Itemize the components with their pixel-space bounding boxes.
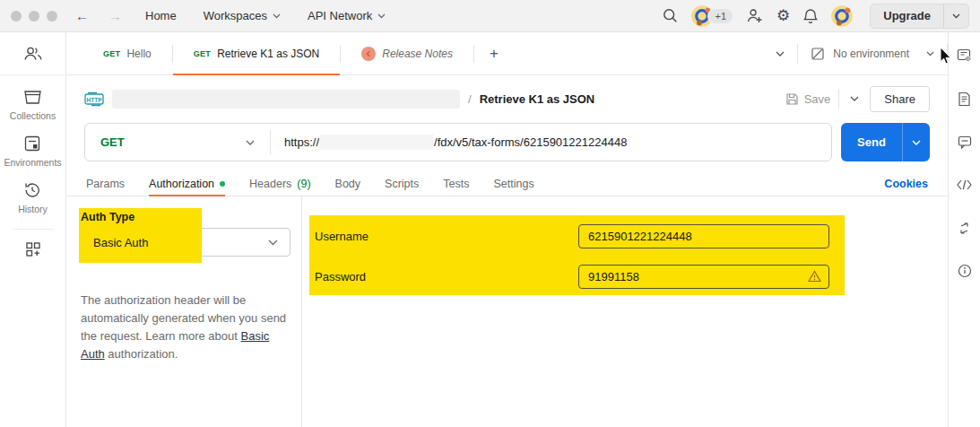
breadcrumb-separator: / <box>468 92 472 106</box>
password-warning-icon[interactable] <box>808 270 821 286</box>
tab-authorization-label: Authorization <box>149 178 214 190</box>
open-tab-hello[interactable]: GET Hello <box>82 32 172 74</box>
release-notes-icon <box>361 47 376 61</box>
send-label[interactable]: Send <box>841 123 902 161</box>
tab-tests[interactable]: Tests <box>443 172 469 196</box>
sidebar-item-environments[interactable]: Environments <box>4 135 61 168</box>
tab-list-chevron-icon[interactable] <box>763 51 797 57</box>
environment-quick-look-icon[interactable] <box>952 43 977 68</box>
tab-params[interactable]: Params <box>86 172 125 196</box>
method-value: GET <box>100 135 125 149</box>
authorization-panel: Auth Type Basic Auth The authorization h… <box>66 196 948 427</box>
window-minimize-button[interactable] <box>29 11 39 22</box>
tab-label: Release Notes <box>382 48 453 60</box>
info-icon[interactable] <box>952 258 977 283</box>
window-close-button[interactable] <box>11 11 22 22</box>
chevron-down-icon <box>377 13 386 19</box>
request-name[interactable]: Retrieve K1 as JSON <box>480 92 595 106</box>
upgrade-label[interactable]: Upgrade <box>871 4 943 28</box>
settings-gear-icon[interactable]: ⚙ <box>776 6 790 25</box>
save-label: Save <box>804 92 831 106</box>
tab-method-badge: GET <box>194 49 211 58</box>
send-options-chevron-icon[interactable] <box>902 123 930 161</box>
nav-api-network-label: API Network <box>308 9 372 22</box>
left-sidebar: Collections Environments History <box>0 32 66 427</box>
request-config-tabs: Params Authorization Headers (9) Body Sc… <box>66 172 948 196</box>
auth-description-text: authorization. <box>105 347 178 361</box>
upgrade-menu-chevron-icon[interactable] <box>943 4 968 28</box>
request-tab-strip: GET Hello GET Retrieve K1 as JSON Releas… <box>66 32 948 75</box>
sidebar-item-history[interactable]: History <box>18 181 48 214</box>
tab-label: Retrieve K1 as JSON <box>217 48 319 60</box>
environments-icon <box>23 135 41 152</box>
highlight-annotation: Username Password <box>309 215 845 295</box>
related-requests-icon[interactable] <box>952 215 977 240</box>
url-path: /fdx/v5/tax-forms/6215901221224448 <box>434 135 627 149</box>
window-zoom-button[interactable] <box>47 11 57 22</box>
environment-selector[interactable]: No environment <box>798 47 947 61</box>
team-people-icon[interactable] <box>0 32 65 75</box>
environment-name: No environment <box>833 48 909 60</box>
url-prefix: https:// <box>284 135 319 149</box>
search-icon[interactable] <box>663 8 678 23</box>
auth-configured-dot <box>220 181 225 187</box>
notifications-bell-icon[interactable] <box>803 8 818 24</box>
user-avatar[interactable] <box>831 5 853 27</box>
postman-window: ← → Home Workspaces API Network +1 <box>0 0 980 427</box>
http-request-icon: HTTP <box>84 92 104 107</box>
nav-api-network[interactable]: API Network <box>308 9 386 22</box>
members-count-badge: +1 <box>707 8 733 24</box>
password-field[interactable] <box>578 265 829 289</box>
save-floppy-icon <box>785 92 799 106</box>
auth-credentials-pane: Username Password <box>302 196 948 427</box>
auth-type-pane: Auth Type Basic Auth The authorization h… <box>66 196 302 427</box>
tab-label: Hello <box>126 48 151 60</box>
forward-icon[interactable]: → <box>108 8 122 23</box>
sidebar-label-environments: Environments <box>4 157 61 168</box>
tab-authorization[interactable]: Authorization <box>149 172 225 196</box>
breadcrumb: HTTP / Retrieve K1 as JSON <box>84 90 594 109</box>
username-label: Username <box>315 230 369 243</box>
save-button[interactable]: Save <box>785 92 831 106</box>
tab-settings[interactable]: Settings <box>493 172 533 196</box>
url-row: GET https:// /fdx/v5/tax-forms/621590122… <box>66 109 948 161</box>
code-snippet-icon[interactable] <box>952 172 977 197</box>
comments-icon[interactable] <box>952 129 977 154</box>
top-bar: ← → Home Workspaces API Network +1 <box>0 0 980 32</box>
method-select[interactable]: GET <box>85 135 270 149</box>
username-field[interactable] <box>578 224 829 248</box>
tab-body[interactable]: Body <box>335 172 361 196</box>
chevron-down-icon <box>246 140 255 145</box>
cookies-link[interactable]: Cookies <box>884 178 928 190</box>
open-tab-retrieve-k1[interactable]: GET Retrieve K1 as JSON <box>173 32 340 74</box>
invite-user-icon[interactable] <box>747 8 763 23</box>
tab-headers-label: Headers <box>249 178 291 190</box>
url-input[interactable]: https:// /fdx/v5/tax-forms/6215901221224… <box>271 135 627 150</box>
documentation-icon[interactable] <box>952 86 977 111</box>
nav-workspaces[interactable]: Workspaces <box>204 9 281 22</box>
configure-sidebar-icon[interactable] <box>25 241 41 261</box>
window-controls[interactable] <box>11 11 57 22</box>
tab-scripts[interactable]: Scripts <box>385 172 419 196</box>
save-menu-chevron-icon[interactable] <box>847 96 862 101</box>
upgrade-button[interactable]: Upgrade <box>870 4 969 29</box>
chevron-down-icon <box>268 240 278 246</box>
auth-type-value: Basic Auth <box>93 236 148 249</box>
sidebar-label-collections: Collections <box>10 110 56 121</box>
password-label: Password <box>315 270 366 283</box>
auth-description: The authorization header will be automat… <box>81 292 291 363</box>
svg-text:HTTP: HTTP <box>87 96 103 102</box>
chevron-down-icon <box>273 13 281 19</box>
open-tab-release-notes[interactable]: Release Notes <box>341 32 473 74</box>
nav-home[interactable]: Home <box>145 9 177 22</box>
back-icon[interactable]: ← <box>75 8 89 23</box>
collection-name-redacted[interactable] <box>112 90 460 109</box>
history-clock-icon <box>23 181 41 199</box>
divider <box>838 89 839 109</box>
url-host-redacted <box>319 135 434 150</box>
sidebar-item-collections[interactable]: Collections <box>10 89 56 121</box>
new-tab-button[interactable]: + <box>474 32 514 74</box>
tab-headers[interactable]: Headers (9) <box>249 172 311 196</box>
send-button[interactable]: Send <box>841 123 930 161</box>
workspace-members[interactable]: +1 <box>691 5 733 27</box>
